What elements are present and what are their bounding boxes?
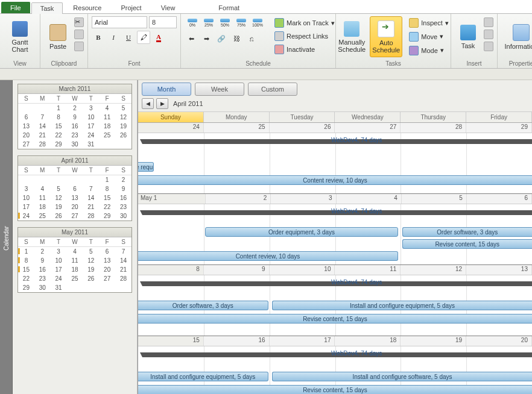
mini-cal-day[interactable]: 15 (51, 122, 67, 131)
mini-cal-day[interactable]: 17 (18, 202, 34, 211)
date-cell[interactable]: 15 (138, 336, 204, 346)
mini-cal-day[interactable]: 4 (99, 104, 115, 113)
mini-cal-day[interactable]: 14 (115, 256, 131, 265)
date-cell[interactable]: 25 (204, 123, 270, 133)
mini-cal-day[interactable]: 12 (51, 193, 67, 202)
prev-period-button[interactable]: ◀ (142, 98, 154, 109)
mini-cal-day[interactable]: 25 (99, 131, 115, 140)
link-button[interactable]: 🔗 (215, 32, 228, 45)
date-cell[interactable]: 12 (401, 265, 466, 275)
date-cell[interactable]: 6 (467, 194, 532, 204)
mini-cal-day[interactable]: 13 (18, 122, 34, 131)
mini-cal-day[interactable]: 10 (83, 113, 99, 122)
mini-cal-day[interactable]: 7 (83, 184, 99, 193)
task-insert-button[interactable]: Task (455, 16, 481, 57)
mini-cal-day[interactable]: 9 (34, 256, 51, 265)
date-cell[interactable]: 29 (466, 123, 532, 133)
mini-cal-day[interactable]: 20 (67, 202, 83, 211)
deliverable-button[interactable] (484, 42, 493, 51)
task-bar[interactable]: Install and configure equipment, 5 days (138, 372, 268, 381)
mini-cal-day[interactable]: 25 (67, 274, 83, 283)
mini-cal-day[interactable]: 23 (34, 274, 51, 283)
mini-cal-day[interactable]: 22 (51, 131, 67, 140)
date-cell[interactable]: May 1 (138, 194, 206, 204)
mini-cal-day[interactable]: 1 (18, 247, 34, 257)
mini-cal-day[interactable]: 14 (83, 193, 99, 202)
date-cell[interactable]: 4 (337, 194, 402, 204)
mini-cal-day[interactable]: 1 (51, 104, 67, 113)
mini-cal-day[interactable]: 9 (115, 184, 131, 193)
task-bar[interactable]: Order equipment, 3 days (205, 227, 398, 237)
view-week-button[interactable]: Week (195, 83, 244, 96)
tab-format[interactable]: Format (209, 2, 249, 13)
format-painter-button[interactable] (74, 42, 84, 51)
date-cell[interactable]: 11 (335, 265, 401, 275)
mini-cal-day[interactable]: 24 (83, 131, 99, 140)
tab-file[interactable]: File (1, 2, 30, 13)
font-family-combo[interactable]: Arial (92, 16, 147, 28)
mini-cal-day[interactable]: 30 (34, 283, 51, 292)
mini-cal-day[interactable]: 18 (99, 122, 115, 131)
mini-cal-day[interactable]: 23 (115, 202, 131, 211)
mini-calendar[interactable]: April 2011SMTWTFS12345678910111213141516… (17, 155, 132, 221)
view-custom-button[interactable]: Custom (248, 83, 297, 96)
calendar-rail[interactable]: Calendar (0, 80, 13, 394)
mode-button[interactable]: Mode▾ (406, 44, 451, 57)
mini-cal-day[interactable]: 5 (51, 184, 67, 193)
mini-cal-day[interactable]: 5 (83, 247, 99, 257)
manually-schedule-button[interactable]: Manually Schedule (335, 16, 369, 57)
mini-cal-day[interactable]: 11 (34, 193, 51, 202)
mini-cal-day[interactable]: 13 (99, 256, 115, 265)
mini-cal-day[interactable]: 3 (83, 104, 99, 113)
inspect-button[interactable]: Inspect▾ (406, 16, 451, 30)
task-bar[interactable]: Revise content, 15 days (138, 314, 532, 324)
date-cell[interactable]: 5 (402, 194, 467, 204)
mini-cal-day[interactable]: 6 (18, 113, 34, 122)
mini-cal-day[interactable]: 17 (51, 265, 67, 274)
indent-button[interactable]: ➡ (200, 32, 213, 45)
mini-cal-day[interactable]: 15 (99, 193, 115, 202)
tab-project[interactable]: Project (112, 2, 150, 13)
mini-cal-day[interactable]: 8 (51, 113, 67, 122)
mini-calendar[interactable]: May 2011SMTWTFS1234567891011121314151617… (17, 227, 132, 293)
mini-cal-day[interactable]: 22 (18, 274, 34, 283)
copy-button[interactable] (74, 30, 84, 39)
mini-cal-day[interactable]: 18 (67, 265, 83, 274)
mini-cal-day[interactable]: 26 (115, 131, 131, 140)
mini-cal-day[interactable]: 9 (67, 113, 83, 122)
pct-25[interactable]: 25% (201, 16, 217, 30)
mini-cal-day[interactable]: 23 (67, 131, 83, 140)
date-cell[interactable]: 17 (270, 336, 335, 346)
mini-cal-day[interactable]: 26 (83, 274, 99, 283)
mini-cal-day[interactable]: 2 (34, 247, 51, 257)
pct-50[interactable]: 50% (217, 16, 233, 30)
move-button[interactable]: Move▾ (406, 30, 451, 43)
mini-cal-day[interactable]: 13 (67, 193, 83, 202)
task-bar[interactable]: Revise content, 15 days (138, 385, 532, 394)
date-cell[interactable]: 8 (138, 265, 204, 275)
tab-resource[interactable]: Resource (64, 2, 110, 13)
calendar-body[interactable]: 242526272829WebDev4, 74 daysEvaluate sof… (138, 123, 532, 394)
mini-cal-day[interactable]: 6 (67, 184, 83, 193)
font-size-combo[interactable]: 8 (149, 16, 177, 28)
task-bar[interactable]: Order software, 3 days (402, 227, 533, 237)
mini-cal-day[interactable]: 22 (99, 202, 115, 211)
pct-100[interactable]: 100% (250, 16, 265, 30)
bold-button[interactable]: B (92, 31, 105, 44)
mini-cal-day[interactable]: 29 (18, 283, 34, 292)
mini-cal-day[interactable]: 16 (115, 193, 131, 202)
date-cell[interactable]: 18 (335, 336, 401, 346)
mini-cal-day[interactable]: 31 (83, 140, 99, 149)
task-bar[interactable]: Evaluate software requirements, 15 days (138, 162, 154, 172)
mini-cal-day[interactable]: 11 (67, 256, 83, 265)
mini-cal-day[interactable]: 30 (67, 140, 83, 149)
task-bar[interactable]: Order software, 3 days (138, 301, 268, 310)
task-bar[interactable]: Revise content, 15 days (402, 239, 533, 249)
underline-button[interactable]: U (122, 31, 135, 44)
mini-cal-day[interactable]: 27 (99, 274, 115, 283)
mini-calendar[interactable]: March 2011SMTWTFS12345678910111213141516… (17, 84, 132, 149)
mini-cal-day[interactable]: 27 (18, 140, 34, 149)
mini-cal-day[interactable]: 28 (115, 274, 131, 283)
mini-cal-day[interactable]: 21 (34, 131, 51, 140)
view-month-button[interactable]: Month (142, 83, 191, 96)
